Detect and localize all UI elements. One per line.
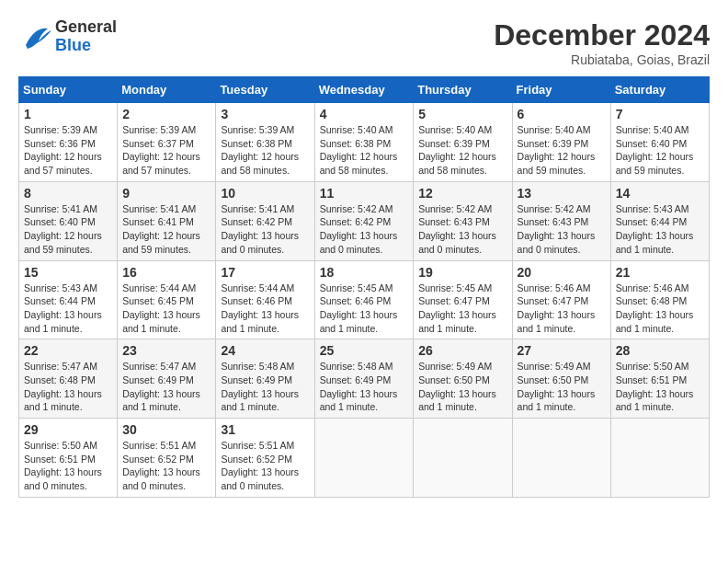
calendar-day: 19Sunrise: 5:45 AM Sunset: 6:47 PM Dayli… xyxy=(414,260,512,339)
day-info: Sunrise: 5:49 AM Sunset: 6:50 PM Dayligh… xyxy=(518,360,606,414)
day-number: 31 xyxy=(221,422,309,437)
calendar-day: 28Sunrise: 5:50 AM Sunset: 6:51 PM Dayli… xyxy=(610,339,709,419)
day-number: 30 xyxy=(122,422,210,437)
day-info: Sunrise: 5:50 AM Sunset: 6:51 PM Dayligh… xyxy=(24,439,112,493)
day-number: 9 xyxy=(122,186,210,201)
day-info: Sunrise: 5:50 AM Sunset: 6:51 PM Dayligh… xyxy=(616,360,704,414)
day-info: Sunrise: 5:40 AM Sunset: 6:38 PM Dayligh… xyxy=(320,123,409,178)
calendar-day: 9Sunrise: 5:41 AM Sunset: 6:41 PM Daylig… xyxy=(118,181,216,260)
calendar-day: 25Sunrise: 5:48 AM Sunset: 6:49 PM Dayli… xyxy=(314,339,414,419)
day-number: 16 xyxy=(122,265,210,280)
day-number: 25 xyxy=(320,343,409,358)
calendar-day: 3Sunrise: 5:39 AM Sunset: 6:38 PM Daylig… xyxy=(216,103,314,182)
calendar-day: 2Sunrise: 5:39 AM Sunset: 6:37 PM Daylig… xyxy=(118,103,216,182)
logo-general-text: General xyxy=(55,18,117,37)
day-number: 1 xyxy=(24,107,112,121)
day-number: 5 xyxy=(418,107,506,121)
day-info: Sunrise: 5:44 AM Sunset: 6:46 PM Dayligh… xyxy=(221,282,309,336)
day-info: Sunrise: 5:43 AM Sunset: 6:44 PM Dayligh… xyxy=(616,202,704,257)
calendar-day: 15Sunrise: 5:43 AM Sunset: 6:44 PM Dayli… xyxy=(19,260,118,339)
location-subtitle: Rubiataba, Goias, Brazil xyxy=(494,52,710,67)
day-info: Sunrise: 5:51 AM Sunset: 6:52 PM Dayligh… xyxy=(221,439,309,493)
calendar-day: 12Sunrise: 5:42 AM Sunset: 6:43 PM Dayli… xyxy=(414,181,512,260)
calendar-day: 29Sunrise: 5:50 AM Sunset: 6:51 PM Dayli… xyxy=(19,419,118,498)
calendar-day: 5Sunrise: 5:40 AM Sunset: 6:39 PM Daylig… xyxy=(414,103,512,182)
day-info: Sunrise: 5:45 AM Sunset: 6:47 PM Dayligh… xyxy=(418,282,506,336)
calendar-day: 23Sunrise: 5:47 AM Sunset: 6:49 PM Dayli… xyxy=(118,339,216,419)
day-info: Sunrise: 5:46 AM Sunset: 6:48 PM Dayligh… xyxy=(616,282,704,336)
day-info: Sunrise: 5:42 AM Sunset: 6:42 PM Dayligh… xyxy=(320,202,409,257)
day-number: 22 xyxy=(24,343,112,358)
calendar-week-row: 22Sunrise: 5:47 AM Sunset: 6:48 PM Dayli… xyxy=(19,339,710,419)
day-info: Sunrise: 5:42 AM Sunset: 6:43 PM Dayligh… xyxy=(418,202,506,257)
day-number: 2 xyxy=(122,107,210,121)
day-info: Sunrise: 5:43 AM Sunset: 6:44 PM Dayligh… xyxy=(24,282,112,336)
calendar-day: 8Sunrise: 5:41 AM Sunset: 6:40 PM Daylig… xyxy=(19,181,118,260)
day-info: Sunrise: 5:40 AM Sunset: 6:39 PM Dayligh… xyxy=(418,123,506,178)
calendar-day: 11Sunrise: 5:42 AM Sunset: 6:42 PM Dayli… xyxy=(314,181,414,260)
day-number: 17 xyxy=(221,265,309,280)
calendar-day: 30Sunrise: 5:51 AM Sunset: 6:52 PM Dayli… xyxy=(118,419,216,498)
calendar-day: 21Sunrise: 5:46 AM Sunset: 6:48 PM Dayli… xyxy=(610,260,709,339)
calendar-day: 16Sunrise: 5:44 AM Sunset: 6:45 PM Dayli… xyxy=(118,260,216,339)
day-number: 27 xyxy=(518,343,606,358)
calendar-day xyxy=(414,419,512,498)
col-monday: Monday xyxy=(118,77,216,103)
logo-blue-text: Blue xyxy=(55,37,117,55)
day-number: 13 xyxy=(518,186,606,201)
day-number: 14 xyxy=(616,186,704,201)
day-number: 18 xyxy=(320,265,409,280)
col-sunday: Sunday xyxy=(19,77,118,103)
day-number: 4 xyxy=(320,107,409,121)
day-info: Sunrise: 5:47 AM Sunset: 6:48 PM Dayligh… xyxy=(24,360,112,414)
logo: General Blue xyxy=(18,18,117,55)
day-info: Sunrise: 5:51 AM Sunset: 6:52 PM Dayligh… xyxy=(122,439,210,493)
calendar-week-row: 29Sunrise: 5:50 AM Sunset: 6:51 PM Dayli… xyxy=(19,419,710,498)
day-info: Sunrise: 5:45 AM Sunset: 6:46 PM Dayligh… xyxy=(320,282,409,336)
day-number: 29 xyxy=(24,422,112,437)
day-number: 15 xyxy=(24,265,112,280)
day-info: Sunrise: 5:39 AM Sunset: 6:38 PM Dayligh… xyxy=(221,123,309,178)
day-number: 6 xyxy=(518,107,606,121)
day-number: 21 xyxy=(616,265,704,280)
calendar-day: 14Sunrise: 5:43 AM Sunset: 6:44 PM Dayli… xyxy=(610,181,709,260)
day-info: Sunrise: 5:40 AM Sunset: 6:40 PM Dayligh… xyxy=(616,123,704,178)
logo-bird-icon xyxy=(18,19,53,54)
calendar-day xyxy=(512,419,610,498)
day-info: Sunrise: 5:46 AM Sunset: 6:47 PM Dayligh… xyxy=(518,282,606,336)
calendar-day: 18Sunrise: 5:45 AM Sunset: 6:46 PM Dayli… xyxy=(314,260,414,339)
calendar-day xyxy=(314,419,414,498)
col-friday: Friday xyxy=(512,77,610,103)
day-number: 12 xyxy=(418,186,506,201)
day-info: Sunrise: 5:48 AM Sunset: 6:49 PM Dayligh… xyxy=(221,360,309,414)
col-saturday: Saturday xyxy=(610,77,709,103)
day-info: Sunrise: 5:41 AM Sunset: 6:40 PM Dayligh… xyxy=(24,202,112,257)
day-number: 19 xyxy=(418,265,506,280)
day-info: Sunrise: 5:39 AM Sunset: 6:36 PM Dayligh… xyxy=(24,123,112,178)
calendar-day: 24Sunrise: 5:48 AM Sunset: 6:49 PM Dayli… xyxy=(216,339,314,419)
day-info: Sunrise: 5:42 AM Sunset: 6:43 PM Dayligh… xyxy=(518,202,606,257)
title-area: December 2024 Rubiataba, Goias, Brazil xyxy=(494,18,710,67)
day-number: 26 xyxy=(418,343,506,358)
day-info: Sunrise: 5:41 AM Sunset: 6:41 PM Dayligh… xyxy=(122,202,210,257)
day-number: 7 xyxy=(616,107,704,121)
calendar-day: 22Sunrise: 5:47 AM Sunset: 6:48 PM Dayli… xyxy=(19,339,118,419)
day-number: 24 xyxy=(221,343,309,358)
col-thursday: Thursday xyxy=(414,77,512,103)
calendar-day: 27Sunrise: 5:49 AM Sunset: 6:50 PM Dayli… xyxy=(512,339,610,419)
calendar-week-row: 15Sunrise: 5:43 AM Sunset: 6:44 PM Dayli… xyxy=(19,260,710,339)
col-wednesday: Wednesday xyxy=(314,77,414,103)
calendar-day: 13Sunrise: 5:42 AM Sunset: 6:43 PM Dayli… xyxy=(512,181,610,260)
day-info: Sunrise: 5:41 AM Sunset: 6:42 PM Dayligh… xyxy=(221,202,309,257)
day-info: Sunrise: 5:47 AM Sunset: 6:49 PM Dayligh… xyxy=(122,360,210,414)
calendar-day: 6Sunrise: 5:40 AM Sunset: 6:39 PM Daylig… xyxy=(512,103,610,182)
day-number: 23 xyxy=(122,343,210,358)
calendar-day: 20Sunrise: 5:46 AM Sunset: 6:47 PM Dayli… xyxy=(512,260,610,339)
day-info: Sunrise: 5:49 AM Sunset: 6:50 PM Dayligh… xyxy=(418,360,506,414)
calendar-day: 17Sunrise: 5:44 AM Sunset: 6:46 PM Dayli… xyxy=(216,260,314,339)
calendar-day: 10Sunrise: 5:41 AM Sunset: 6:42 PM Dayli… xyxy=(216,181,314,260)
day-info: Sunrise: 5:40 AM Sunset: 6:39 PM Dayligh… xyxy=(518,123,606,178)
day-number: 28 xyxy=(616,343,704,358)
calendar-table: Sunday Monday Tuesday Wednesday Thursday… xyxy=(18,76,710,498)
calendar-day: 7Sunrise: 5:40 AM Sunset: 6:40 PM Daylig… xyxy=(610,103,709,182)
